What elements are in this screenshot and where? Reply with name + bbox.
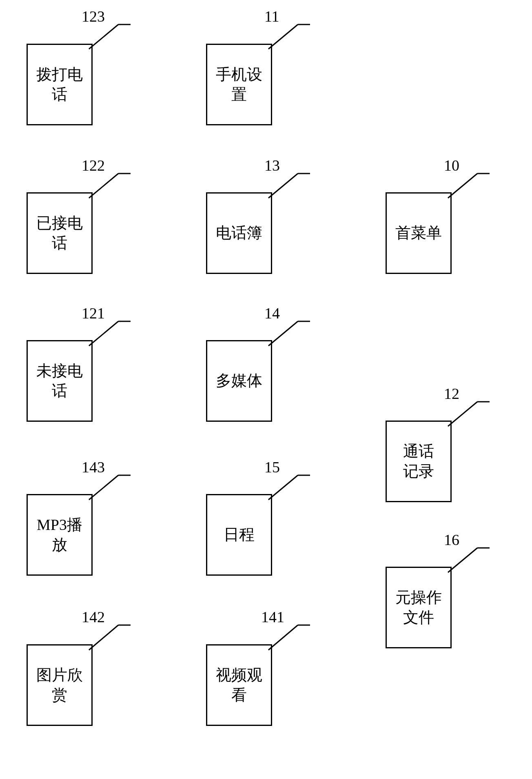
box-call-log: 通话记录	[386, 421, 452, 502]
box-received-calls: 已接电话	[27, 192, 93, 274]
box-label: 多媒体	[216, 371, 262, 391]
ref-label-10: 10	[444, 156, 459, 174]
box-label: MP3播放	[37, 515, 82, 555]
svg-line-20	[448, 174, 477, 198]
ref-label-15: 15	[264, 458, 280, 476]
ref-label-14: 14	[264, 304, 280, 322]
box-label: 视频观看	[216, 665, 262, 706]
svg-line-12	[268, 174, 298, 198]
ref-label-13: 13	[264, 156, 280, 174]
ref-label-11: 11	[264, 7, 279, 25]
box-label: 首菜单	[395, 223, 442, 243]
ref-label-12: 12	[444, 385, 459, 403]
ref-label-16: 16	[444, 531, 459, 549]
box-label: 手机设置	[216, 65, 262, 105]
svg-line-4	[89, 321, 118, 346]
box-mp3-play: MP3播放	[27, 494, 93, 576]
svg-line-14	[268, 321, 298, 346]
box-dial-phone: 拨打电话	[27, 44, 93, 125]
ref-label-122: 122	[82, 156, 105, 174]
box-label: 图片欣赏	[36, 665, 83, 706]
box-label: 拨打电话	[36, 65, 83, 105]
box-label: 未接电话	[36, 361, 83, 401]
ref-label-143: 143	[82, 458, 105, 476]
svg-line-0	[89, 24, 118, 49]
ref-label-141: 141	[261, 608, 284, 626]
box-label: 已接电话	[36, 213, 83, 254]
box-picture-appreciate: 图片欣赏	[27, 644, 93, 726]
box-missed-calls: 未接电话	[27, 340, 93, 422]
svg-line-6	[89, 475, 118, 500]
svg-line-8	[89, 625, 118, 650]
box-label: 通话记录	[403, 441, 434, 482]
svg-line-10	[268, 24, 298, 49]
box-meta-operation-file: 元操作文件	[386, 567, 452, 648]
ref-label-121: 121	[82, 304, 105, 322]
ref-label-142: 142	[82, 608, 105, 626]
box-video-watch: 视频观看	[206, 644, 272, 726]
box-phonebook: 电话簿	[206, 192, 272, 274]
svg-line-24	[448, 548, 477, 572]
box-phone-settings: 手机设置	[206, 44, 272, 125]
box-label: 日程	[224, 525, 255, 545]
box-label: 电话簿	[216, 223, 262, 243]
svg-line-18	[268, 625, 298, 650]
ref-label-123: 123	[82, 7, 105, 25]
box-schedule: 日程	[206, 494, 272, 576]
box-main-menu: 首菜单	[386, 192, 452, 274]
svg-line-16	[268, 475, 298, 500]
svg-line-2	[89, 174, 118, 198]
box-label: 元操作文件	[395, 588, 442, 628]
svg-line-22	[448, 402, 477, 426]
box-multimedia: 多媒体	[206, 340, 272, 422]
